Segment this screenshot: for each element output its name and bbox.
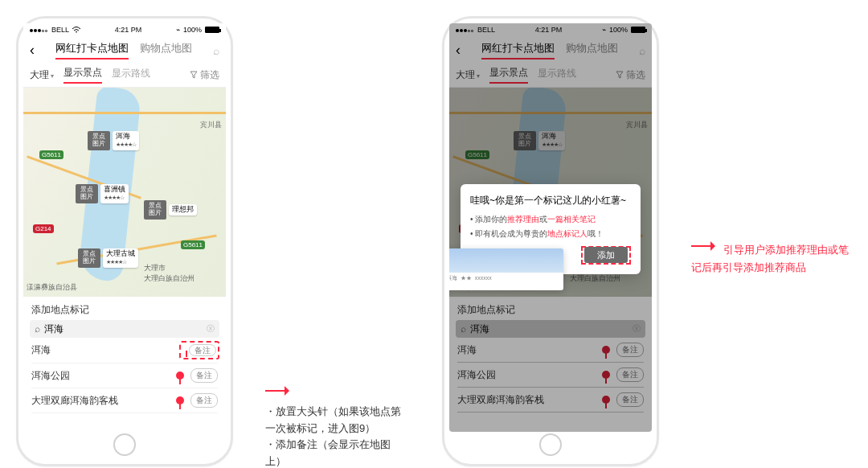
add-section-title: 添加地点标记 (23, 297, 226, 320)
map-poi[interactable]: 景点图片大理古城★★★★☆ (78, 248, 138, 268)
battery-label: 100% (183, 26, 202, 34)
phone-mockup-2: BELL 4:21 PM ⌁100% ‹ 网红打卡点地图 购物点地图 ⌕ 大理 … (442, 16, 659, 466)
wifi-icon (72, 27, 80, 33)
results-list: 洱海备注洱海公园备注大理双廊洱海韵客栈备注 (23, 338, 226, 413)
sub-bar: 大理 显示景点 显示路线 筛选 (23, 63, 226, 88)
map-poi[interactable]: 景点图片喜洲镇★★★★☆ (76, 184, 129, 203)
note-button[interactable]: 备注 (189, 344, 216, 356)
sub-show-poi[interactable]: 显示景点 (63, 66, 102, 84)
magnify-icon: ⌕ (35, 323, 40, 335)
card-meta: 洱海 ★★ xxxxxx (449, 273, 563, 284)
phone-mockup-1: BELL 4:21 PM ⌁100% ‹ 网红打卡点地图 购物点地图 ⌕ 大理 … (16, 16, 233, 466)
road-shield: G5611 (39, 150, 63, 159)
map-city-label: 漾濞彝族自治县 (27, 282, 77, 293)
arrow-icon (691, 241, 720, 251)
add-button[interactable]: 添加 (584, 247, 628, 263)
popup-lines: 添加你的推荐理由或一篇相关笔记即有机会成为尊贵的地点标记人哦！ (470, 214, 631, 240)
pin-icon[interactable] (176, 396, 184, 404)
note-button[interactable]: 备注 (190, 368, 218, 383)
arrow-icon (265, 386, 294, 396)
note-card-preview: 洱海 ★★ xxxxxx (449, 248, 563, 290)
signal-dots-icon (30, 26, 48, 34)
back-icon[interactable]: ‹ (30, 42, 35, 59)
filter-button[interactable]: 筛选 (190, 68, 219, 82)
screen: BELL 4:21 PM ⌁100% ‹ 网红打卡点地图 购物点地图 ⌕ 大理 … (449, 23, 652, 432)
battery-icon (205, 27, 219, 33)
note-button[interactable]: 备注 (190, 393, 218, 408)
filter-icon (190, 71, 198, 79)
clear-icon[interactable]: ⓧ (207, 323, 215, 335)
screen: BELL 4:21 PM ⌁100% ‹ 网红打卡点地图 购物点地图 ⌕ 大理 … (23, 23, 226, 432)
map-city-label: 大理市大理白族自治州 (144, 263, 194, 284)
search-icon[interactable]: ⌕ (213, 44, 219, 57)
carrier-label: BELL (51, 26, 69, 34)
result-name: 洱海公园 (31, 369, 176, 383)
bluetooth-icon: ⌁ (176, 26, 180, 34)
result-row[interactable]: 大理双廊洱海韵客栈备注 (31, 388, 218, 413)
sub-show-route[interactable]: 显示路线 (112, 67, 150, 83)
road-shield: G214 (33, 224, 54, 233)
header-tabs: 网红打卡点地图 购物点地图 (41, 41, 207, 60)
pin-icon[interactable] (176, 372, 184, 380)
tab-checkin-map[interactable]: 网红打卡点地图 (55, 41, 129, 60)
clock-label: 4:21 PM (115, 26, 142, 34)
result-name: 洱海 (31, 343, 181, 357)
status-bar: BELL 4:21 PM ⌁100% (23, 23, 226, 36)
result-name: 大理双廊洱海韵客栈 (31, 394, 176, 408)
result-row[interactable]: 洱海备注 (31, 338, 218, 363)
search-box[interactable]: ⌕ ⓧ (30, 320, 219, 338)
popup-title: 哇哦~你是第一个标记这儿的小红薯~ (470, 194, 631, 207)
map-city-label: 宾川县 (200, 120, 222, 130)
row-action-highlight: 备注 (179, 341, 219, 359)
home-button[interactable] (539, 433, 562, 456)
result-row[interactable]: 洱海公园备注 (31, 363, 218, 388)
home-button[interactable] (113, 433, 136, 456)
app-header: ‹ 网红打卡点地图 购物点地图 ⌕ (23, 36, 226, 63)
map-viewport[interactable]: 景点图片洱海★★★★☆景点图片喜洲镇★★★★☆景点图片理想邦景点图片大理古城★★… (23, 88, 226, 297)
search-input[interactable] (44, 323, 203, 335)
city-selector[interactable]: 大理 (30, 68, 54, 82)
road-shield: G5611 (181, 240, 205, 249)
annotation-left: 放置大头针（如果该地点第一次被标记，进入图9） 添加备注（会显示在地图上） (265, 16, 410, 468)
add-button-highlight: 添加 (581, 246, 631, 265)
map-poi[interactable]: 景点图片理想邦 (144, 200, 197, 220)
annotation-right: 引导用户添加推荐理由或笔记后再引导添加推荐商品 (691, 16, 852, 277)
tab-shopping-map[interactable]: 购物点地图 (140, 41, 192, 60)
map-poi[interactable]: 景点图片洱海★★★★☆ (88, 131, 139, 150)
